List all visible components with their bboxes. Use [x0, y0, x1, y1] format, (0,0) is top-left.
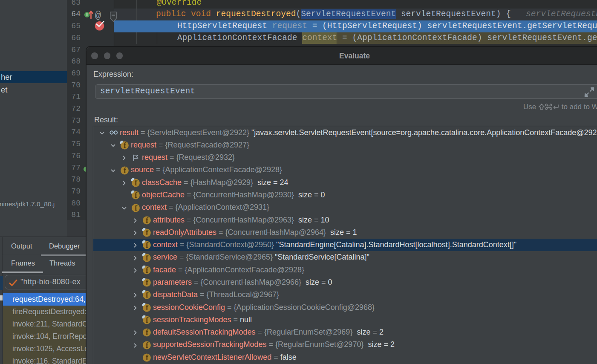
- svg-text:@: @: [95, 10, 101, 21]
- svg-text:f: f: [146, 341, 149, 350]
- svg-text:f: f: [146, 328, 149, 337]
- svg-text:f: f: [146, 291, 149, 300]
- svg-text:f: f: [146, 278, 149, 287]
- svg-text:f: f: [146, 353, 149, 362]
- svg-text:f: f: [146, 216, 149, 225]
- svg-text:f: f: [135, 179, 138, 187]
- svg-text:f: f: [135, 191, 138, 199]
- svg-text:f: f: [146, 228, 149, 237]
- svg-text:f: f: [146, 241, 149, 249]
- svg-text:f: f: [146, 266, 149, 274]
- svg-text:f: f: [124, 141, 127, 150]
- svg-text:f: f: [146, 254, 149, 262]
- svg-text:f: f: [146, 316, 149, 324]
- svg-text:f: f: [135, 204, 138, 212]
- svg-text:f: f: [146, 303, 149, 312]
- svg-text:f: f: [124, 166, 127, 175]
